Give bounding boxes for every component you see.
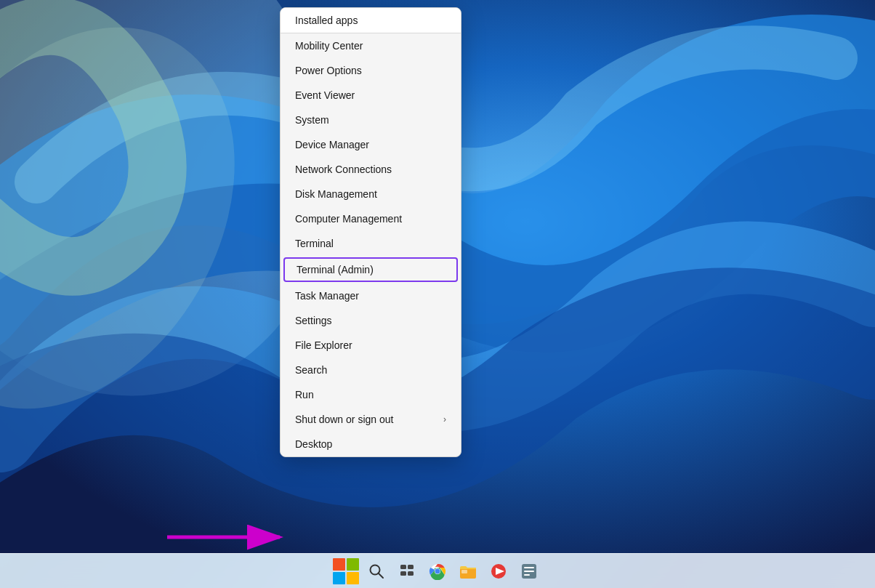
svg-rect-8 [408,565,414,569]
svg-rect-20 [524,571,534,572]
menu-item-terminal-admin[interactable]: Terminal (Admin) [283,257,458,282]
menu-item-power-options[interactable]: Power Options [281,58,461,83]
task-view-button[interactable] [394,558,420,584]
svg-rect-15 [461,570,467,573]
menu-item-computer-management[interactable]: Computer Management [281,206,461,231]
app1-button[interactable] [485,558,512,584]
svg-rect-9 [400,571,406,576]
arrow-svg [160,523,291,552]
taskbar [0,553,875,588]
menu-item-task-manager[interactable]: Task Manager [281,283,461,308]
svg-point-13 [435,568,440,573]
app1-icon [490,563,507,580]
windows-logo-icon [333,558,359,584]
menu-item-terminal[interactable]: Terminal [281,231,461,256]
arrow-indicator [160,523,291,552]
menu-item-file-explorer[interactable]: File Explorer [281,333,461,358]
chrome-icon [429,563,446,580]
context-menu: Installed apps Mobility Center Power Opt… [280,7,461,457]
search-taskbar-button[interactable] [363,558,390,584]
menu-item-run[interactable]: Run [281,382,461,407]
svg-rect-19 [524,567,534,568]
menu-item-network-connections[interactable]: Network Connections [281,157,461,182]
svg-rect-10 [408,571,414,576]
menu-item-system[interactable]: System [281,108,461,132]
menu-item-shut-down[interactable]: Shut down or sign out › [281,407,461,432]
svg-rect-7 [400,565,406,569]
file-explorer-icon [459,563,477,579]
menu-item-search[interactable]: Search [281,358,461,382]
menu-item-mobility-center[interactable]: Mobility Center [281,33,461,58]
chrome-button[interactable] [424,558,451,584]
search-icon [368,563,384,579]
file-explorer-button[interactable] [455,558,481,584]
menu-item-installed-apps[interactable]: Installed apps [281,8,461,33]
menu-item-device-manager[interactable]: Device Manager [281,132,461,157]
start-button[interactable] [333,558,359,584]
svg-rect-21 [524,574,530,576]
submenu-arrow-icon: › [443,414,446,424]
menu-item-settings[interactable]: Settings [281,308,461,333]
menu-item-desktop[interactable]: Desktop [281,432,461,456]
app2-icon [520,563,538,580]
desktop: Installed apps Mobility Center Power Opt… [0,0,875,588]
menu-item-disk-management[interactable]: Disk Management [281,182,461,206]
menu-item-event-viewer[interactable]: Event Viewer [281,83,461,108]
svg-line-6 [379,573,384,578]
taskview-icon [399,563,415,579]
app2-button[interactable] [516,558,542,584]
